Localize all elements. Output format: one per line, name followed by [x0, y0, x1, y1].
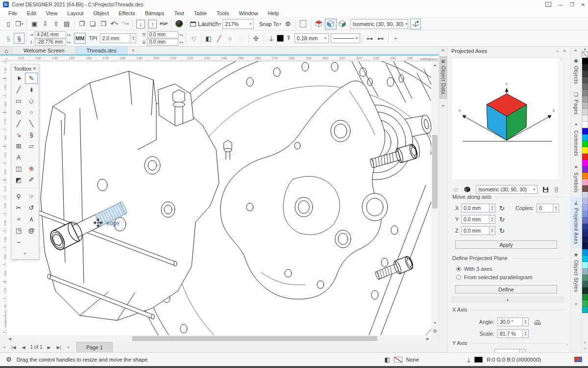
- toolbox-add-icon[interactable]: +: [11, 247, 39, 257]
- y-position-field[interactable]: -28.776 mm: [35, 39, 66, 46]
- strip-expand-icon[interactable]: ▸: [575, 47, 577, 53]
- color-swatch-898989[interactable]: [582, 90, 588, 96]
- connector-tool[interactable]: ╱: [12, 84, 25, 95]
- radio-with-3-axes[interactable]: [456, 266, 461, 271]
- color-swatch-00b0f0[interactable]: [582, 134, 588, 141]
- x-position-field[interactable]: 4.241 mm: [35, 31, 66, 38]
- fill-tool-icon[interactable]: ◧: [203, 33, 214, 44]
- move-z-field[interactable]: 0.0 mm: [461, 226, 490, 235]
- move-y-spinner[interactable]: ▲▼: [490, 215, 495, 224]
- move-x-spinner[interactable]: ▲▼: [490, 204, 495, 212]
- last-page-icon[interactable]: ▶|: [53, 342, 64, 352]
- color-swatch-8fb6c2[interactable]: [582, 268, 588, 275]
- save-button[interactable]: ▣: [29, 19, 40, 29]
- horizontal-scrollbar[interactable]: ◀ ▶: [6, 335, 431, 342]
- docker-tab-projected-axes[interactable]: ∡Projected Axes: [571, 197, 581, 248]
- color-swatch-ff7d00[interactable]: [582, 173, 588, 179]
- color-swatch-9efcff[interactable]: [582, 262, 588, 268]
- thread-pitch-field[interactable]: 2.0 mm: [100, 33, 130, 43]
- paste-button[interactable]: ❒: [98, 19, 109, 29]
- corel-launcher-icon[interactable]: [173, 19, 184, 29]
- virtual-segment-tool[interactable]: ✂: [12, 202, 25, 213]
- color-swatch-6f4f47[interactable]: [582, 185, 588, 192]
- thread-through-icon[interactable]: §: [14, 33, 24, 44]
- preset-combo[interactable]: Isometric (30, 90, 30)▾: [476, 185, 538, 194]
- page-border-button[interactable]: [298, 19, 309, 29]
- define-button[interactable]: Define: [455, 285, 557, 293]
- repeat-x-icon[interactable]: ↻: [499, 205, 505, 212]
- vertical-scrollbar[interactable]: ▲ ▼ ⊕: [431, 61, 439, 335]
- outline-none-icon[interactable]: ╱: [214, 33, 225, 44]
- color-swatch-00b6b6[interactable]: [582, 307, 588, 313]
- arrowhead-end-icon[interactable]: ⊷: [375, 33, 386, 44]
- color-swatch-ffffff[interactable]: [582, 122, 588, 128]
- outline-width-combo[interactable]: 0.18 mm▾: [294, 33, 329, 43]
- text-tool[interactable]: A: [12, 152, 25, 163]
- scroll-right-icon[interactable]: ▶: [424, 335, 431, 342]
- home-tab-icon[interactable]: ⌂: [0, 47, 13, 54]
- offset-top-field[interactable]: 0.0 mm: [147, 31, 178, 38]
- color-swatch-000000[interactable]: [582, 58, 588, 64]
- extrude-tool[interactable]: ◳: [12, 225, 25, 236]
- new-document-button[interactable]: ▯: [3, 19, 14, 29]
- fill-none-swatch[interactable]: [394, 357, 402, 363]
- scroll-down-icon[interactable]: ▼: [431, 319, 439, 326]
- graph-paper-tool[interactable]: ⊞: [12, 140, 25, 152]
- color-swatch-a3a3a3[interactable]: [582, 96, 588, 103]
- thread-tool[interactable]: §: [25, 129, 38, 140]
- palette-scroll-down-icon[interactable]: ˅: [584, 341, 586, 345]
- color-swatch-f0f0f0[interactable]: [582, 115, 588, 122]
- color-swatch-fced00[interactable]: [582, 147, 588, 154]
- delete-preset-icon[interactable]: [554, 186, 559, 193]
- color-swatch-7d2bd4[interactable]: [582, 166, 588, 173]
- thread-pitch-spinner[interactable]: ▲▼: [130, 33, 136, 43]
- pick-tool[interactable]: ➤: [12, 73, 25, 84]
- visibility-eye-icon[interactable]: ⊙: [453, 186, 459, 193]
- export-button[interactable]: ⇧: [50, 19, 61, 29]
- menu-layout[interactable]: Layout: [63, 9, 88, 17]
- free-transform-tool[interactable]: ↺: [25, 202, 38, 213]
- menu-window[interactable]: Window: [235, 9, 263, 17]
- plane-cube-icon[interactable]: [464, 186, 471, 193]
- color-swatch-34635a[interactable]: [582, 281, 588, 288]
- color-swatch-559176[interactable]: [582, 275, 588, 281]
- protractor-icon[interactable]: [534, 319, 541, 325]
- menu-edit[interactable]: Edit: [23, 9, 41, 17]
- scroll-up-icon[interactable]: ▲: [431, 61, 439, 68]
- new-tab-button[interactable]: +: [128, 47, 139, 54]
- drawing-plane-combo[interactable]: Isometric (30, 90, 30)▾: [350, 19, 408, 29]
- smart-fill-tool[interactable]: ◩: [12, 174, 25, 185]
- color-swatch-e8251d[interactable]: [582, 154, 588, 160]
- color-swatch-d4d6f0[interactable]: [582, 192, 588, 198]
- touch-mode-icon[interactable]: x: [545, 2, 551, 7]
- basic-shapes-tool[interactable]: ▱: [25, 140, 38, 152]
- color-swatch-2fb354[interactable]: [582, 300, 588, 307]
- angle-field[interactable]: 30.0 °: [497, 317, 523, 326]
- publish-pdf-button[interactable]: PDF: [158, 19, 169, 29]
- arrowhead-start-icon[interactable]: ⊶: [365, 33, 375, 44]
- save-preset-icon[interactable]: [542, 186, 549, 193]
- offset-top-spinner[interactable]: ▾▴: [179, 33, 183, 36]
- docker-scrollbar[interactable]: ˅: [564, 57, 569, 350]
- add-page-after-icon[interactable]: +: [64, 342, 73, 352]
- options-gear-icon[interactable]: ⚙: [283, 19, 294, 29]
- projected-shape-tool[interactable]: ◫: [12, 163, 25, 174]
- spiral-tool[interactable]: @: [25, 225, 38, 236]
- snap-to-button[interactable]: Snap To▾: [258, 19, 283, 29]
- section-scroll-up[interactable]: ▲: [451, 296, 564, 303]
- outline-color-status-swatch[interactable]: [474, 357, 483, 363]
- object-data-close-icon[interactable]: ✕: [441, 47, 445, 54]
- move-z-spinner[interactable]: ▲▼: [490, 226, 495, 235]
- undo-button[interactable]: ↶▾: [109, 19, 120, 29]
- menu-file[interactable]: File: [4, 9, 22, 17]
- y-angle-spinner[interactable]: ▲▼: [520, 349, 526, 352]
- horizontal-ruler[interactable]: 1201301401501601701801902002102202302402…: [0, 56, 447, 61]
- thick-line-tool[interactable]: ╲: [25, 118, 38, 129]
- redo-button[interactable]: ↷▾: [120, 19, 130, 29]
- color-swatch-3b3b3b[interactable]: [582, 71, 588, 77]
- print-button[interactable]: ▤: [61, 19, 72, 29]
- object-data-tab[interactable]: ⊞ Object Data: [440, 56, 447, 99]
- color-swatch-202020[interactable]: [582, 64, 588, 71]
- docker-tab-object-styles[interactable]: ❖Object Styles: [571, 249, 581, 295]
- zoom-level-combo[interactable]: 217%▾: [222, 19, 254, 29]
